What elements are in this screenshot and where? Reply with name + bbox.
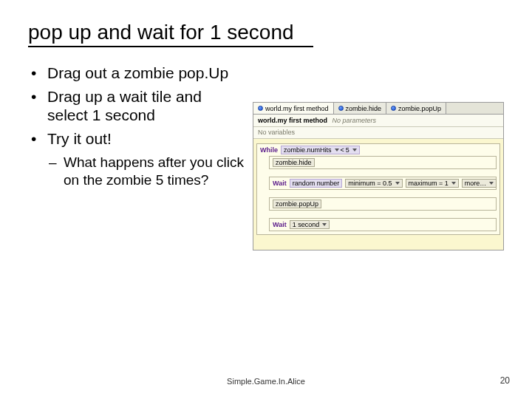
bullet-item: Drag up a wait tile and select 1 second (28, 87, 244, 125)
tile-label: minimum = 0.5 (348, 180, 392, 187)
tab-label: world.my first method (265, 105, 329, 112)
slide-footer: Simple.Game.In.Alice (0, 377, 532, 386)
sub-bullet-item: What happens after you click on the zomb… (47, 154, 244, 188)
tile-label: 1 second (293, 221, 320, 228)
more-tile[interactable]: more… (462, 179, 497, 188)
world-icon (258, 106, 263, 111)
tab-zombie-hide[interactable]: zombie.hide (334, 103, 387, 114)
method-params: No parameters (332, 117, 377, 124)
method-call-tile[interactable]: zombie.popUp (273, 200, 321, 208)
dropdown-icon (335, 149, 339, 151)
condition-tile[interactable]: zombie.numHits < 5 (281, 146, 360, 154)
method-tabs: world.my first method zombie.hide zombie… (253, 103, 503, 115)
cond-op: < (341, 146, 344, 154)
dropdown-icon (352, 149, 357, 151)
dropdown-icon (451, 182, 456, 185)
wait-keyword: Wait (273, 180, 287, 187)
wait-keyword: Wait (273, 221, 287, 228)
slide-title: pop up and wait for 1 second (28, 21, 313, 47)
code-line-popup[interactable]: zombie.popUp (269, 197, 497, 211)
bullet-item: Drag out a zombie pop.Up (28, 64, 244, 83)
method-call-tile[interactable]: zombie.hide (273, 158, 315, 167)
bullet-item: Try it out! What happens after you click… (28, 129, 244, 188)
text-column: Drag out a zombie pop.Up Drag up a wait … (28, 64, 244, 250)
tile-label: zombie.hide (276, 159, 312, 166)
while-keyword: While (260, 146, 278, 154)
code-line-hide[interactable]: zombie.hide (269, 156, 497, 169)
no-variables-label: No variables (253, 127, 503, 139)
tile-label: more… (465, 180, 487, 187)
world-icon (338, 106, 344, 111)
cond-right: 5 (346, 146, 349, 154)
method-header: world.my first method No parameters (253, 115, 503, 127)
code-line-wait-1s[interactable]: Wait 1 second (269, 218, 497, 231)
tile-label: maximum = 1 (409, 180, 449, 187)
tab-label: zombie.hide (346, 105, 382, 112)
while-block[interactable]: While zombie.numHits < 5 (256, 143, 500, 235)
code-line-wait-random[interactable]: Wait random number minimum = 0.5 (269, 177, 497, 190)
dropdown-icon (322, 223, 327, 226)
page-number: 20 (500, 375, 510, 386)
figure-column: world.my first method zombie.hide zombie… (253, 64, 504, 250)
tile-label: zombie.popUp (276, 200, 318, 208)
dropdown-icon (395, 182, 400, 185)
dropdown-icon (489, 182, 494, 185)
tab-world-my-first-method[interactable]: world.my first method (253, 103, 334, 114)
bullet-text: Try it out! (47, 130, 112, 147)
code-area: While zombie.numHits < 5 (253, 139, 503, 250)
method-name: world.my first method (258, 117, 327, 124)
tab-label: zombie.popUp (398, 105, 441, 112)
world-icon (391, 106, 396, 111)
tile-label: random number (293, 180, 340, 187)
max-tile[interactable]: maximum = 1 (406, 179, 459, 188)
duration-tile[interactable]: 1 second (290, 220, 330, 229)
alice-editor-panel: world.my first method zombie.hide zombie… (253, 102, 504, 250)
tab-zombie-popup[interactable]: zombie.popUp (386, 103, 446, 114)
random-number-tile[interactable]: random number (290, 179, 343, 188)
cond-left: zombie.numHits (284, 146, 332, 154)
min-tile[interactable]: minimum = 0.5 (345, 179, 402, 188)
